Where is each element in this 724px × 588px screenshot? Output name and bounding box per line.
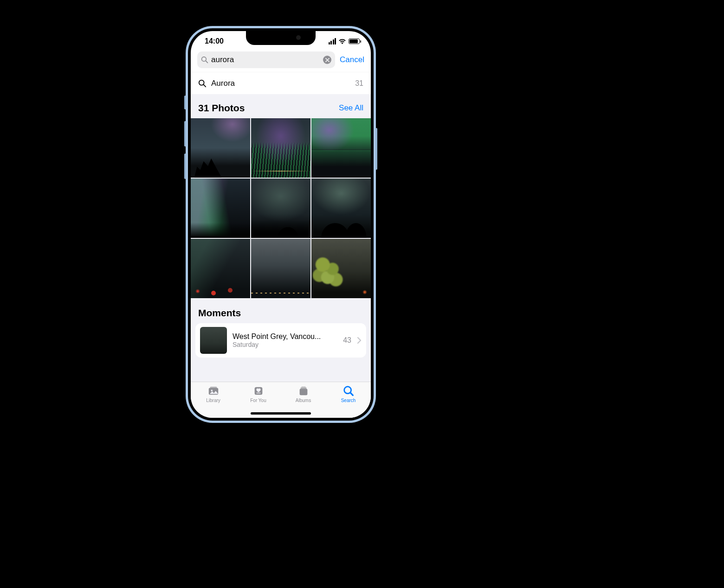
power-button (375, 128, 377, 170)
suggestion-count: 31 (355, 79, 363, 88)
see-all-button[interactable]: See All (339, 103, 363, 113)
search-input[interactable] (211, 55, 320, 64)
screen: 14:00 Cancel (191, 31, 371, 418)
mute-switch (184, 96, 186, 109)
home-indicator[interactable] (251, 412, 311, 415)
svg-rect-10 (300, 388, 306, 389)
suggestion-label: Aurora (211, 79, 235, 88)
svg-rect-11 (301, 386, 305, 387)
search-tab-icon (343, 385, 355, 397)
tab-label: Search (341, 398, 356, 403)
results-area: 31 Photos See All Moments (191, 94, 371, 382)
moments-header: Moments (191, 298, 371, 323)
xmark-icon (325, 58, 330, 62)
search-icon (198, 79, 207, 88)
photo-thumbnail[interactable] (311, 179, 371, 238)
photo-thumbnail[interactable] (311, 118, 371, 178)
photo-thumbnail[interactable] (251, 179, 310, 238)
cancel-button[interactable]: Cancel (340, 55, 364, 64)
phone-frame: 14:00 Cancel (186, 26, 376, 423)
svg-point-0 (202, 57, 207, 62)
svg-line-13 (350, 393, 353, 396)
volume-down-button (184, 153, 186, 179)
cellular-signal-icon (329, 38, 336, 45)
library-icon (207, 385, 220, 397)
tab-library[interactable]: Library (191, 385, 236, 418)
moment-subtitle: Saturday (233, 341, 337, 348)
volume-up-button (184, 121, 186, 147)
svg-rect-8 (256, 393, 260, 393)
chevron-right-icon (357, 337, 362, 344)
tab-label: For You (250, 398, 266, 403)
photo-thumbnail[interactable] (191, 239, 250, 298)
wifi-icon (338, 38, 346, 45)
svg-point-2 (199, 80, 204, 85)
moment-item[interactable]: West Point Grey, Vancou... Saturday 43 (195, 323, 366, 358)
notch (246, 31, 316, 45)
svg-rect-5 (210, 387, 217, 389)
tab-search[interactable]: Search (326, 385, 371, 418)
photo-grid (191, 118, 371, 298)
photos-count-header: 31 Photos (198, 102, 245, 114)
svg-point-6 (211, 390, 213, 391)
search-icon (201, 56, 208, 64)
tab-label: Albums (296, 398, 311, 403)
search-field[interactable] (197, 51, 335, 68)
svg-rect-9 (299, 389, 307, 395)
search-bar: Cancel (191, 51, 371, 72)
photo-thumbnail[interactable] (251, 118, 310, 178)
svg-line-3 (204, 84, 206, 87)
battery-icon (349, 38, 360, 44)
search-suggestion[interactable]: Aurora 31 (191, 72, 371, 94)
photo-thumbnail[interactable] (251, 239, 310, 298)
moment-thumbnail (200, 327, 227, 354)
for-you-icon (252, 385, 265, 397)
photo-thumbnail[interactable] (191, 179, 250, 238)
photo-thumbnail[interactable] (311, 239, 371, 298)
clear-search-button[interactable] (323, 56, 331, 64)
tab-label: Library (206, 398, 220, 403)
moment-count: 43 (343, 336, 351, 345)
albums-icon (297, 385, 310, 397)
svg-line-1 (206, 61, 207, 63)
status-time: 14:00 (205, 37, 224, 45)
moment-title: West Point Grey, Vancou... (233, 332, 337, 341)
photo-thumbnail[interactable] (191, 118, 250, 178)
